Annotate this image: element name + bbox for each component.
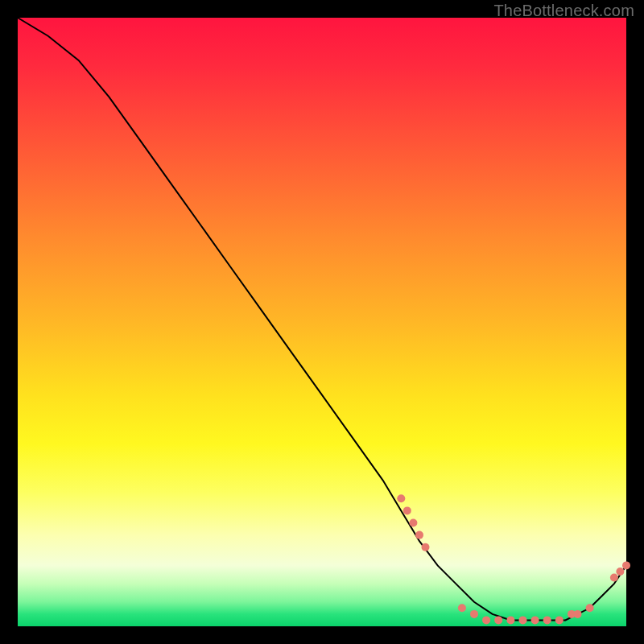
series-curve <box>18 18 626 620</box>
chart-frame: TheBottleneck.com <box>0 0 644 644</box>
data-point <box>494 616 502 624</box>
data-point <box>543 616 551 624</box>
data-point <box>610 574 618 582</box>
data-point <box>470 610 478 618</box>
data-point <box>397 494 405 502</box>
data-point <box>574 610 582 618</box>
data-point <box>422 543 430 551</box>
data-point <box>409 519 417 527</box>
watermark-text: TheBottleneck.com <box>493 2 634 20</box>
data-point <box>415 531 423 539</box>
data-point <box>403 506 411 514</box>
plot-area <box>18 18 626 626</box>
data-point <box>482 616 490 624</box>
data-point <box>519 616 527 624</box>
data-point <box>458 604 466 612</box>
data-point <box>586 604 594 612</box>
chart-svg <box>18 18 626 626</box>
data-point <box>506 616 514 624</box>
data-point <box>616 568 624 576</box>
data-point <box>622 561 630 569</box>
data-point <box>555 616 564 624</box>
data-point <box>531 616 539 624</box>
